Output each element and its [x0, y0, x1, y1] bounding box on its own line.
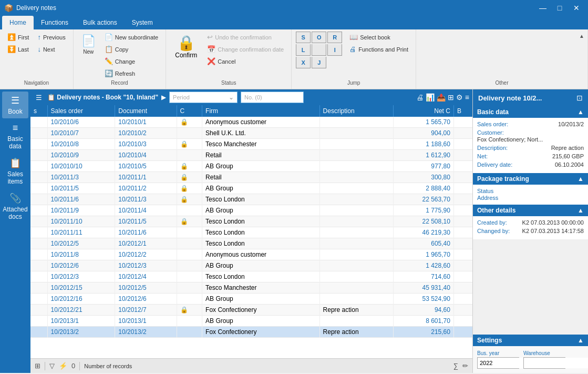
table-wrapper[interactable]: s Sales order Document C Firm Descriptio… — [30, 105, 472, 358]
jump-cell-j[interactable]: J — [312, 57, 326, 68]
export-icon[interactable]: 📤 — [437, 93, 446, 102]
table-row[interactable]: 10/2011/910/2011/4AB Group1 775,90 — [30, 205, 472, 216]
settings-header[interactable]: Settings ▲ — [473, 335, 588, 346]
jump-cell-r[interactable]: R — [327, 32, 342, 43]
other-details-header[interactable]: Other details ▲ — [473, 205, 588, 216]
close-button[interactable]: ✕ — [569, 3, 584, 13]
table-row[interactable]: 10/2010/710/2010/2Shell U.K. Ltd.904,00 — [30, 128, 472, 139]
print-icon[interactable]: 🖨 — [416, 93, 424, 102]
col-document[interactable]: Document — [115, 105, 177, 117]
no-filter[interactable]: No. (0) — [241, 92, 304, 103]
table-cell: 10/2011/9 — [47, 205, 115, 216]
sort-icon[interactable]: ⚡ — [59, 362, 67, 370]
undo-confirmation-button[interactable]: ↩ Undo the confirmation — [204, 32, 287, 43]
table-row[interactable]: 10/2012/510/2012/1Tesco London605,40 — [30, 238, 472, 249]
first-button[interactable]: ⏫ First — [4, 32, 32, 43]
table-row[interactable]: 10/2013/210/2013/2Fox ConfectioneryRepre… — [30, 327, 472, 338]
no-placeholder: No. (0) — [244, 94, 262, 100]
new-subordinate-button[interactable]: 📄 New subordinate — [101, 32, 162, 43]
table-row[interactable]: 10/2010/1010/2010/5🔒AB Group977,80 — [30, 161, 472, 172]
sidebar-item-sales-items[interactable]: 📋 Sales items — [2, 154, 28, 188]
bus-year-input-wrap[interactable]: ⌄ — [477, 357, 519, 369]
table-cell: 🔒 — [177, 117, 202, 128]
copy-button[interactable]: 📋 Copy — [101, 44, 162, 55]
table-row[interactable]: 10/2013/110/2013/1AB Group8 601,70 — [30, 316, 472, 327]
table-row[interactable]: 10/2012/1510/2012/5Tesco Manchester45 93… — [30, 282, 472, 294]
table-row[interactable]: 10/2012/610/2012/3AB Group1 428,60 — [30, 260, 472, 271]
functions-and-print-icon: 🖨 — [349, 45, 356, 53]
table-icon-button[interactable]: ⊞ — [35, 362, 40, 370]
col-b[interactable]: B — [453, 105, 472, 117]
jump-cell-i[interactable]: I — [327, 44, 342, 56]
col-sales-order[interactable]: Sales order — [47, 105, 115, 117]
table-row[interactable]: 10/2011/510/2011/2🔒AB Group2 888,40 — [30, 183, 472, 194]
table-cell: 10/2013/2 — [47, 327, 115, 338]
table-row[interactable]: 10/2010/910/2010/4Retail1 612,90 — [30, 150, 472, 161]
col-s[interactable]: s — [30, 105, 47, 117]
ribbon-collapse-button[interactable]: ▲ — [577, 32, 586, 40]
basic-data-section-header[interactable]: Basic data ▲ — [473, 106, 588, 118]
table-row[interactable]: 10/2011/1110/2011/6Tesco London46 219,30 — [30, 227, 472, 238]
new-button[interactable]: 📄 New — [78, 32, 99, 57]
next-button[interactable]: ↓ Next — [34, 44, 68, 55]
change-button[interactable]: ✏️ Change — [101, 56, 162, 67]
table-cell: 977,80 — [393, 161, 453, 172]
cancel-button[interactable]: ❌ Cancel — [204, 56, 287, 67]
table-row[interactable]: 10/2012/310/2012/4Tesco London714,60 — [30, 271, 472, 282]
maximize-button[interactable]: □ — [552, 3, 567, 13]
table-cell: 10/2010/3 — [115, 139, 177, 150]
table-arrow[interactable]: ▶ — [161, 94, 166, 101]
bus-year-field: Bus. year ⌄ — [477, 350, 519, 369]
functions-and-print-button[interactable]: 🖨 Functions and Print — [346, 44, 411, 55]
col-c[interactable]: C — [177, 105, 202, 117]
table-row[interactable]: 10/2011/610/2011/3🔒Tesco London22 563,70 — [30, 194, 472, 205]
jump-cell-o[interactable]: O — [312, 32, 326, 43]
settings-icon[interactable]: ⚙ — [456, 93, 463, 102]
table-row[interactable]: 10/2011/810/2012/2Anonymous customer1 96… — [30, 249, 472, 260]
sidebar-item-basic-data[interactable]: ≡ Basic data — [2, 119, 28, 153]
tab-functions[interactable]: Functions — [34, 16, 76, 29]
table-row[interactable]: 10/2010/610/2010/1🔒Anonymous customer1 5… — [30, 117, 472, 128]
filter-icon[interactable]: ▽ — [49, 362, 55, 370]
columns-icon[interactable]: ⊞ — [448, 93, 454, 102]
sidebar-item-book[interactable]: ☰ Book — [2, 92, 28, 118]
tab-home[interactable]: Home — [2, 16, 34, 29]
table-row[interactable]: 10/2011/310/2011/1🔒Retail300,80 — [30, 172, 472, 183]
tab-bulk-actions[interactable]: Bulk actions — [76, 16, 125, 29]
warehouse-input-wrap[interactable]: ⌄ — [523, 357, 565, 369]
jump-cell-l[interactable]: L — [296, 44, 311, 56]
package-tracking-header[interactable]: Package tracking ▲ — [473, 173, 588, 185]
table-menu-button[interactable]: ☰ — [34, 93, 44, 103]
warehouse-label: Warehouse — [523, 350, 565, 356]
jump-cell-s[interactable]: S — [296, 32, 311, 43]
edit-icon[interactable]: ✏ — [462, 362, 468, 370]
period-dropdown-icon[interactable]: ⌄ — [229, 94, 234, 101]
col-description[interactable]: Description — [319, 105, 393, 117]
sidebar-item-book-label: Book — [8, 108, 22, 115]
previous-button[interactable]: ↑ Previous — [34, 32, 68, 43]
sum-icon[interactable]: ∑ — [453, 362, 458, 370]
confirm-button[interactable]: 🔒 Confirm — [170, 32, 202, 62]
period-filter[interactable]: Period ⌄ — [169, 92, 238, 103]
change-confirmation-date-button[interactable]: 📅 Change confirmation date — [204, 44, 287, 55]
table-cell: Fox Confectionery — [202, 305, 320, 316]
table-row[interactable]: 10/2010/810/2010/3🔒Tesco Manchester1 188… — [30, 139, 472, 150]
last-button[interactable]: ⏬ Last — [4, 44, 32, 55]
table-cell — [453, 294, 472, 305]
right-panel-close-button[interactable]: ⊡ — [576, 94, 583, 102]
chart-icon[interactable]: 📊 — [426, 93, 435, 102]
select-book-button[interactable]: 📖 Select book — [346, 32, 411, 43]
warehouse-input[interactable] — [524, 358, 588, 368]
tab-system[interactable]: System — [125, 16, 160, 29]
col-net-c[interactable]: Net C — [393, 105, 453, 117]
minimize-button[interactable]: — — [535, 3, 550, 13]
more-icon[interactable]: ≡ — [465, 93, 469, 102]
table-row[interactable]: 10/2012/2110/2012/7🔒Fox ConfectioneryRep… — [30, 305, 472, 316]
table-cell — [177, 271, 202, 282]
sidebar-item-attached-docs[interactable]: 📎 Attached docs — [2, 189, 28, 224]
col-firm[interactable]: Firm — [202, 105, 320, 117]
table-row[interactable]: 10/2011/1010/2011/5🔒Tesco London22 508,1… — [30, 216, 472, 227]
jump-cell-x[interactable]: X — [296, 57, 311, 68]
refresh-button[interactable]: 🔄 Refresh — [101, 68, 162, 79]
table-row[interactable]: 10/2012/1610/2012/6AB Group53 524,90 — [30, 294, 472, 305]
